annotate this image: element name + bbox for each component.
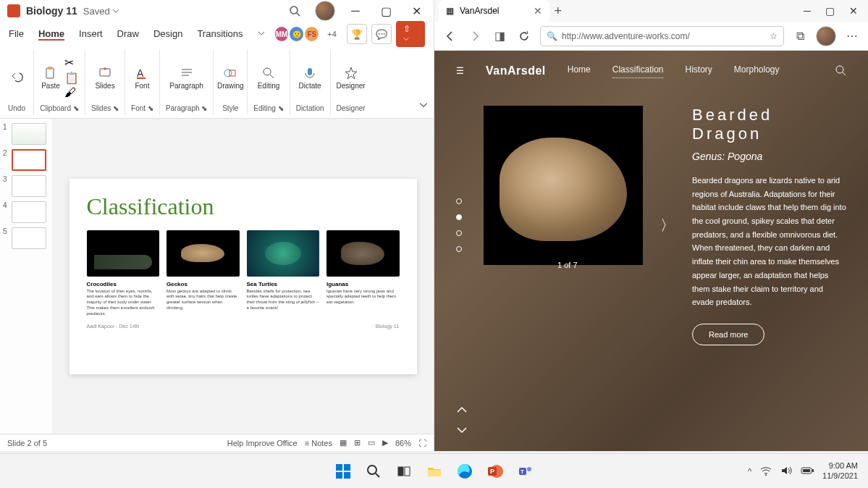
profile-avatar[interactable] bbox=[816, 26, 836, 46]
slide-card[interactable]: Sea TurtlesBesides shells for protection… bbox=[247, 230, 320, 317]
slide-card[interactable]: GeckosMost geckos are adapted to climb w… bbox=[167, 230, 240, 317]
help-link[interactable]: Help Improve Office bbox=[227, 439, 298, 447]
collab-more[interactable]: +4 bbox=[327, 30, 337, 38]
dictate-button[interactable]: Dictate bbox=[299, 63, 321, 92]
dot[interactable] bbox=[456, 246, 462, 252]
thumbnail-1[interactable]: 1 bbox=[3, 123, 49, 145]
new-slide-button[interactable]: Slides bbox=[94, 63, 116, 92]
svg-rect-38 bbox=[803, 469, 810, 472]
wifi-icon[interactable] bbox=[760, 465, 772, 478]
dot[interactable] bbox=[456, 214, 462, 220]
maximize-button[interactable]: ▢ bbox=[376, 1, 396, 21]
slide-card[interactable]: CrocodilesThe location of their eyes, no… bbox=[87, 230, 160, 317]
thumbnail-5[interactable]: 5 bbox=[3, 227, 49, 249]
search-icon[interactable] bbox=[285, 1, 305, 21]
teams-icon[interactable]: T bbox=[513, 458, 539, 484]
tabs-overflow[interactable] bbox=[258, 28, 265, 41]
thumbnail-2[interactable]: 2 bbox=[3, 149, 49, 171]
view-reading[interactable]: ▭ bbox=[368, 438, 375, 447]
drawing-button[interactable]: Drawing bbox=[219, 63, 241, 92]
view-normal[interactable]: ▦ bbox=[340, 438, 347, 447]
close-button[interactable]: ✕ bbox=[849, 5, 858, 17]
search-button[interactable] bbox=[361, 458, 387, 484]
minimize-button[interactable]: ─ bbox=[804, 5, 811, 17]
collab-avatar[interactable]: 🙂 bbox=[288, 25, 305, 43]
hamburger-icon[interactable]: ☰ bbox=[456, 66, 464, 76]
minimize-button[interactable]: ─ bbox=[345, 1, 366, 21]
slide[interactable]: Classification CrocodilesThe location of… bbox=[69, 179, 417, 374]
browser-window: ▦ VanArsdel ✕ + ─ ▢ ✕ ◨ 🔍 http://www.adv… bbox=[434, 0, 868, 451]
browser-tab[interactable]: ▦ VanArsdel ✕ bbox=[439, 0, 549, 22]
slide-canvas[interactable]: Classification CrocodilesThe location of… bbox=[52, 119, 434, 434]
user-avatar[interactable] bbox=[315, 1, 335, 21]
nav-history[interactable]: History bbox=[685, 64, 712, 77]
comments-button[interactable]: 💬 bbox=[371, 24, 392, 44]
dot[interactable] bbox=[456, 198, 462, 204]
battery-icon[interactable] bbox=[801, 466, 814, 476]
copy-icon[interactable]: 📋 bbox=[64, 71, 79, 85]
maximize-button[interactable]: ▢ bbox=[825, 5, 835, 17]
collab-avatar[interactable]: FS bbox=[303, 25, 320, 43]
fit-to-window[interactable]: ⛶ bbox=[418, 439, 426, 447]
volume-icon[interactable] bbox=[780, 465, 792, 478]
forward-button[interactable] bbox=[466, 28, 484, 45]
thumbnail-3[interactable]: 3 bbox=[3, 175, 49, 197]
collab-avatar[interactable]: MM bbox=[274, 25, 290, 43]
ribbon-collapse[interactable] bbox=[413, 96, 434, 115]
favorite-icon[interactable]: ☆ bbox=[770, 31, 778, 41]
read-more-button[interactable]: Read more bbox=[692, 324, 764, 345]
back-button[interactable] bbox=[442, 28, 459, 45]
scroll-up-icon[interactable] bbox=[456, 403, 468, 416]
tab-actions-icon[interactable]: ◨ bbox=[491, 28, 508, 45]
view-sorter[interactable]: ⊞ bbox=[354, 438, 361, 447]
undo-button[interactable] bbox=[6, 63, 28, 92]
present-button[interactable]: 🏆 bbox=[347, 24, 367, 44]
nav-classification[interactable]: Classification bbox=[612, 64, 664, 78]
paragraph-button[interactable]: Paragraph bbox=[176, 63, 198, 92]
designer-button[interactable]: Designer bbox=[340, 63, 362, 92]
slide-title[interactable]: Classification bbox=[87, 193, 400, 220]
format-painter-icon[interactable]: 🖌 bbox=[64, 86, 79, 99]
clock[interactable]: 9:00 AM 11/9/2021 bbox=[822, 461, 858, 480]
dot[interactable] bbox=[456, 230, 462, 236]
card-title: Crocodiles bbox=[87, 281, 160, 287]
address-bar[interactable]: 🔍 http://www.adventure-works.com/ ☆ bbox=[540, 26, 784, 46]
zoom-level[interactable]: 86% bbox=[395, 439, 411, 447]
save-status[interactable]: Saved bbox=[83, 6, 120, 17]
tab-home[interactable]: Home bbox=[38, 28, 64, 41]
view-slideshow[interactable]: ▶ bbox=[382, 438, 388, 447]
powerpoint-taskbar-icon[interactable]: P bbox=[482, 458, 508, 484]
task-view-button[interactable] bbox=[391, 458, 417, 484]
scroll-down-icon[interactable] bbox=[456, 424, 468, 437]
explorer-icon[interactable] bbox=[421, 458, 447, 484]
tab-insert[interactable]: Insert bbox=[79, 28, 103, 41]
close-tab-icon[interactable]: ✕ bbox=[534, 5, 542, 17]
refresh-button[interactable] bbox=[515, 28, 533, 45]
share-button[interactable]: ⇧ bbox=[396, 21, 425, 47]
tab-file[interactable]: File bbox=[9, 28, 24, 41]
menu-icon[interactable]: ⋯ bbox=[843, 28, 861, 45]
next-arrow-icon[interactable]: 〉 bbox=[660, 216, 675, 235]
thumbnail-4[interactable]: 4 bbox=[3, 201, 49, 223]
cut-icon[interactable]: ✂ bbox=[64, 56, 79, 70]
tab-draw[interactable]: Draw bbox=[117, 28, 139, 41]
tab-design[interactable]: Design bbox=[153, 28, 182, 41]
search-icon[interactable] bbox=[835, 64, 846, 78]
notes-toggle[interactable]: ≡ Notes bbox=[305, 439, 332, 447]
collections-icon[interactable]: ⧉ bbox=[791, 28, 809, 45]
close-button[interactable]: ✕ bbox=[406, 1, 426, 21]
editing-button[interactable]: Editing bbox=[258, 63, 279, 92]
tray-chevron-icon[interactable]: ^ bbox=[748, 467, 751, 476]
edge-icon[interactable] bbox=[452, 458, 478, 484]
start-button[interactable] bbox=[330, 458, 356, 484]
new-tab-button[interactable]: + bbox=[554, 4, 562, 19]
paste-button[interactable]: Paste bbox=[40, 63, 62, 92]
card-title: Geckos bbox=[167, 281, 240, 287]
nav-home[interactable]: Home bbox=[568, 64, 591, 77]
slide-card[interactable]: IguanasIguanas have very strong jaws and… bbox=[326, 230, 400, 317]
font-button[interactable]: AFont bbox=[131, 63, 153, 92]
nav-morphology[interactable]: Morphology bbox=[734, 64, 780, 77]
site-logo[interactable]: VanArsdel bbox=[486, 64, 546, 77]
tab-transitions[interactable]: Transitions bbox=[197, 28, 243, 41]
ribbon-group-drawing: DrawingStyle bbox=[214, 49, 248, 115]
